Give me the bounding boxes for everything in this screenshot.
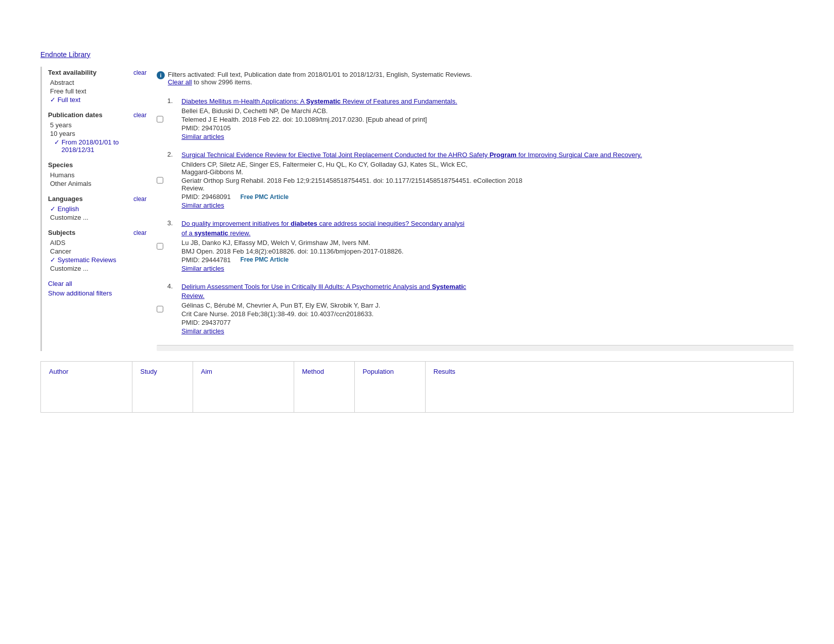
filter-notice-count: to show 2996 items. xyxy=(194,78,252,86)
subjects-title: Subjects xyxy=(48,229,75,236)
filter-notice-text: Filters activated: Full text, Publicatio… xyxy=(168,71,472,78)
sidebar: Text availability clear Abstract Free fu… xyxy=(40,67,147,351)
clear-all-link[interactable]: Clear all xyxy=(48,280,147,287)
filter-species: Species Humans Other Animals xyxy=(48,161,147,188)
article-2-pmid: PMID: 29468091 Free PMC Article xyxy=(181,193,794,201)
filter-cancer[interactable]: Cancer xyxy=(48,247,147,256)
article-3-pmid: PMID: 29444781 Free PMC Article xyxy=(181,256,794,264)
col-study[interactable]: Study xyxy=(132,362,193,392)
article-4-pmid: PMID: 29437077 xyxy=(181,319,794,326)
info-icon: i xyxy=(157,71,165,79)
filter-languages: Languages clear English Customize ... xyxy=(48,195,147,222)
filter-systematic-reviews[interactable]: Systematic Reviews xyxy=(48,256,147,264)
article-item: 2. Surgical Technical Evidence Review fo… xyxy=(157,151,794,209)
filter-5-years[interactable]: 5 years xyxy=(48,121,147,129)
subjects-clear[interactable]: clear xyxy=(133,229,147,236)
article-1-similar[interactable]: Similar articles xyxy=(181,133,224,140)
article-4-checkbox[interactable] xyxy=(157,283,163,335)
publication-dates-clear[interactable]: clear xyxy=(133,112,147,119)
article-3-pmc-badge: Free PMC Article xyxy=(240,256,289,263)
col-author[interactable]: Author xyxy=(41,362,132,392)
article-2-title[interactable]: Surgical Technical Evidence Review for E… xyxy=(181,151,794,160)
filter-customize-subjects[interactable]: Customize ... xyxy=(48,264,147,273)
article-item: 1. Diabetes Mellitus m-Health Applicatio… xyxy=(157,97,794,140)
article-4-num: 4. xyxy=(167,282,177,335)
article-2-num: 2. xyxy=(167,151,177,209)
filter-humans[interactable]: Humans xyxy=(48,171,147,179)
endnote-library-link[interactable]: Endnote Library xyxy=(40,51,90,59)
species-title: Species xyxy=(48,161,73,169)
article-1-num: 1. xyxy=(167,97,177,140)
article-1-title[interactable]: Diabetes Mellitus m-Health Applications:… xyxy=(181,97,794,106)
article-2-authors: Childers CP, Siletz AE, Singer ES, Falte… xyxy=(181,161,794,176)
results-area: i Filters activated: Full text, Publicat… xyxy=(147,67,794,351)
article-3-body: Do quality improvement initiatives for d… xyxy=(181,219,794,272)
article-2-body: Surgical Technical Evidence Review for E… xyxy=(181,151,794,209)
article-1-checkbox[interactable] xyxy=(157,98,163,140)
filter-full-text[interactable]: Full text xyxy=(48,95,147,104)
article-4-similar[interactable]: Similar articles xyxy=(181,327,224,335)
article-1-pmid: PMID: 29470105 xyxy=(181,124,794,132)
text-availability-clear[interactable]: clear xyxy=(133,69,147,76)
article-4-authors: Gélinas C, Bérubé M, Chevrier A, Pun BT,… xyxy=(181,302,794,309)
filter-notice-clear-all[interactable]: Clear all xyxy=(168,78,192,86)
article-3-similar[interactable]: Similar articles xyxy=(181,265,224,272)
article-1-body: Diabetes Mellitus m-Health Applications:… xyxy=(181,97,794,140)
bottom-table-wrapper: Author Study Aim Method Population Resul… xyxy=(40,361,794,413)
filter-publication-dates: Publication dates clear 5 years 10 years… xyxy=(48,111,147,154)
filter-notice: i Filters activated: Full text, Publicat… xyxy=(157,67,794,90)
article-2-checkbox[interactable] xyxy=(157,152,163,209)
publication-dates-title: Publication dates xyxy=(48,111,103,119)
article-3-checkbox[interactable] xyxy=(157,220,163,272)
show-additional-filters-link[interactable]: Show additional filters xyxy=(48,289,147,297)
filter-text-availability: Text availability clear Abstract Free fu… xyxy=(48,69,147,104)
bottom-table: Author Study Aim Method Population Resul… xyxy=(41,362,793,412)
article-3-journal: BMJ Open. 2018 Feb 14;8(2):e018826. doi:… xyxy=(181,247,794,255)
article-3-authors: Lu JB, Danko KJ, Elfassy MD, Welch V, Gr… xyxy=(181,239,794,246)
filter-abstract[interactable]: Abstract xyxy=(48,78,147,87)
article-1-journal: Telemed J E Health. 2018 Feb 22. doi: 10… xyxy=(181,116,794,123)
article-2-journal: Geriatr Orthop Surg Rehabil. 2018 Feb 12… xyxy=(181,177,794,192)
col-population[interactable]: Population xyxy=(354,362,425,392)
filter-other-animals[interactable]: Other Animals xyxy=(48,179,147,188)
article-4-body: Delirium Assessment Tools for Use in Cri… xyxy=(181,282,794,335)
languages-clear[interactable]: clear xyxy=(133,195,147,203)
col-results[interactable]: Results xyxy=(425,362,793,392)
col-method[interactable]: Method xyxy=(294,362,354,392)
article-4-journal: Crit Care Nurse. 2018 Feb;38(1):38-49. d… xyxy=(181,310,794,318)
article-3-num: 3. xyxy=(167,219,177,272)
filter-free-full-text[interactable]: Free full text xyxy=(48,87,147,95)
filter-english[interactable]: English xyxy=(48,205,147,213)
languages-title: Languages xyxy=(48,195,83,203)
article-3-title[interactable]: Do quality improvement initiatives for d… xyxy=(181,219,794,237)
filter-aids[interactable]: AIDS xyxy=(48,238,147,247)
article-2-pmc-badge: Free PMC Article xyxy=(240,193,289,201)
article-4-title[interactable]: Delirium Assessment Tools for Use in Cri… xyxy=(181,282,794,301)
filter-10-years[interactable]: 10 years xyxy=(48,129,147,138)
filter-date-range[interactable]: From 2018/01/01 to 2018/12/31 xyxy=(48,138,147,154)
filter-subjects: Subjects clear AIDS Cancer Systematic Re… xyxy=(48,229,147,273)
horizontal-scrollbar[interactable] xyxy=(157,345,794,351)
article-item: 4. Delirium Assessment Tools for Use in … xyxy=(157,282,794,335)
filter-customize-languages[interactable]: Customize ... xyxy=(48,213,147,222)
col-aim[interactable]: Aim xyxy=(193,362,294,392)
article-1-authors: Bellei EA, Biduski D, Cechetti NP, De Ma… xyxy=(181,107,794,115)
article-item: 3. Do quality improvement initiatives fo… xyxy=(157,219,794,272)
article-2-similar[interactable]: Similar articles xyxy=(181,202,224,209)
text-availability-title: Text availability xyxy=(48,69,97,76)
